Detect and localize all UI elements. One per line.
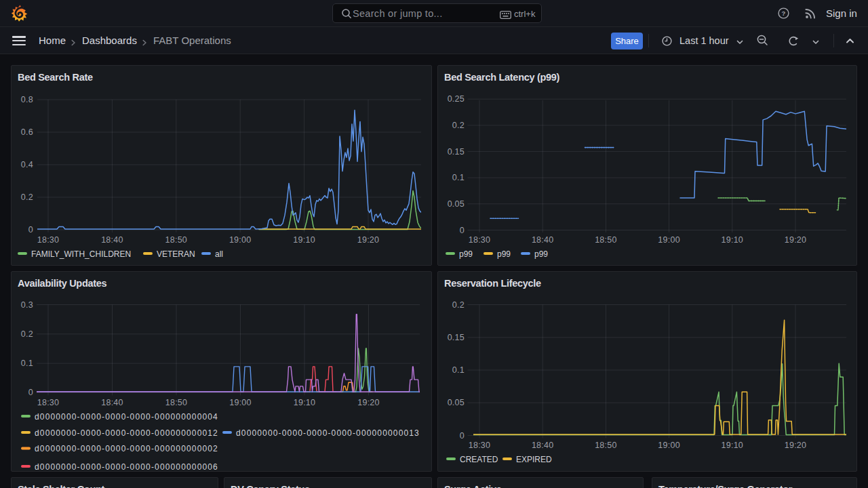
svg-text:0.1: 0.1 xyxy=(21,359,33,368)
svg-text:0.8: 0.8 xyxy=(21,95,33,104)
svg-text:18:50: 18:50 xyxy=(595,441,617,450)
svg-text:0.3: 0.3 xyxy=(21,300,33,310)
svg-text:0.2: 0.2 xyxy=(452,121,465,130)
svg-text:0: 0 xyxy=(28,225,33,235)
svg-text:0.2: 0.2 xyxy=(452,300,465,310)
svg-text:0.15: 0.15 xyxy=(448,333,465,342)
svg-text:0: 0 xyxy=(28,388,33,397)
svg-text:18:30: 18:30 xyxy=(37,398,60,407)
svg-text:19:10: 19:10 xyxy=(294,398,316,407)
svg-text:d0000000-0000-0000-0000-000000: d0000000-0000-0000-0000-000000000004 xyxy=(35,412,218,422)
svg-text:19:10: 19:10 xyxy=(722,235,744,245)
svg-text:19:10: 19:10 xyxy=(722,441,744,450)
svg-text:19:00: 19:00 xyxy=(658,235,680,245)
svg-text:FAMILY_WITH_CHILDREN: FAMILY_WITH_CHILDREN xyxy=(31,249,131,259)
svg-text:18:40: 18:40 xyxy=(532,441,554,450)
svg-text:0.15: 0.15 xyxy=(448,147,465,157)
svg-text:18:40: 18:40 xyxy=(101,398,123,407)
svg-text:0.25: 0.25 xyxy=(448,94,465,104)
svg-text:0: 0 xyxy=(460,431,465,441)
svg-text:VETERAN: VETERAN xyxy=(157,249,195,259)
svg-text:d0000000-0000-0000-0000-000000: d0000000-0000-0000-0000-000000000012 xyxy=(35,428,218,438)
svg-text:0.1: 0.1 xyxy=(452,365,465,375)
svg-text:0.6: 0.6 xyxy=(21,127,33,137)
svg-text:0.4: 0.4 xyxy=(21,160,33,169)
svg-text:19:00: 19:00 xyxy=(229,235,252,245)
svg-text:18:30: 18:30 xyxy=(469,441,491,450)
svg-text:?: ? xyxy=(782,9,786,17)
svg-text:p99: p99 xyxy=(497,249,511,259)
svg-text:18:40: 18:40 xyxy=(532,235,554,245)
svg-text:18:30: 18:30 xyxy=(37,235,60,245)
svg-text:18:50: 18:50 xyxy=(165,398,188,407)
svg-text:19:00: 19:00 xyxy=(658,441,680,450)
svg-text:all: all xyxy=(215,249,223,259)
svg-text:19:20: 19:20 xyxy=(357,235,380,245)
svg-text:19:20: 19:20 xyxy=(357,398,380,407)
svg-text:19:00: 19:00 xyxy=(229,398,252,407)
svg-text:CREATED: CREATED xyxy=(460,455,498,464)
svg-text:0.2: 0.2 xyxy=(21,329,33,339)
svg-text:19:20: 19:20 xyxy=(785,235,807,245)
svg-text:EXPIRED: EXPIRED xyxy=(516,455,552,464)
svg-text:18:50: 18:50 xyxy=(595,235,617,245)
svg-text:19:10: 19:10 xyxy=(293,235,315,245)
svg-text:18:50: 18:50 xyxy=(165,235,188,245)
svg-text:0: 0 xyxy=(460,226,465,235)
svg-text:19:20: 19:20 xyxy=(785,441,807,450)
svg-text:0.05: 0.05 xyxy=(448,199,465,209)
svg-text:0.2: 0.2 xyxy=(21,192,33,202)
svg-text:18:30: 18:30 xyxy=(469,235,491,245)
svg-text:0.05: 0.05 xyxy=(448,398,465,407)
svg-text:p99: p99 xyxy=(459,249,473,259)
svg-text:d0000000-0000-0000-0000-000000: d0000000-0000-0000-0000-000000000002 xyxy=(35,444,218,453)
svg-text:0.1: 0.1 xyxy=(452,173,465,182)
svg-text:p99: p99 xyxy=(534,249,548,259)
svg-text:d0000000-0000-0000-0000-000000: d0000000-0000-0000-0000-000000000006 xyxy=(35,462,218,472)
svg-text:d0000000-0000-0000-0000-000000: d0000000-0000-0000-0000-000000000013 xyxy=(236,428,420,438)
svg-text:18:40: 18:40 xyxy=(101,235,123,245)
